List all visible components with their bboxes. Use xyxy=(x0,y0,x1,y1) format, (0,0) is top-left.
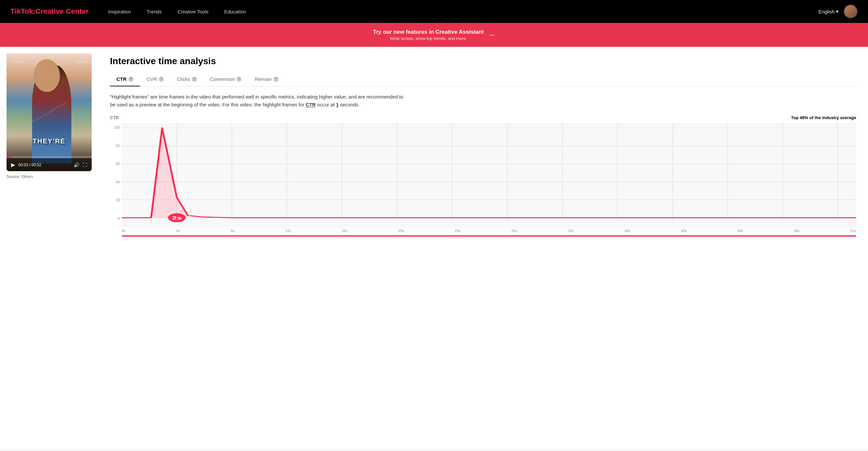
video-progress-bar[interactable] xyxy=(6,156,92,157)
timeline-bar xyxy=(122,235,856,237)
video-thumbnail: TikTok TikTok TikTok: Creative Center TH… xyxy=(6,53,92,171)
analysis-panel: Interactive time analysis CTR ? CVR ? Cl… xyxy=(98,47,868,449)
time-display: 00:03 / 00:52 xyxy=(18,163,70,167)
x-label-8s: 8s xyxy=(231,229,235,233)
fullscreen-button[interactable]: ⛶ xyxy=(83,162,87,168)
chart-inner: 2s 0s 4s 8s 12s 16s 20s 24s 28s 32s 36s … xyxy=(122,123,856,233)
chart-area: 2s xyxy=(122,123,856,227)
user-avatar[interactable] xyxy=(844,5,858,18)
site-logo[interactable]: TikTok:Creative Center xyxy=(10,7,89,16)
x-label-32s: 32s xyxy=(568,229,574,233)
logo-center: Creative Center xyxy=(35,7,89,15)
x-label-4s: 4s xyxy=(177,229,180,233)
x-label-44s: 44s xyxy=(737,229,743,233)
nav-trends[interactable]: Trends xyxy=(147,9,162,14)
y-label-20: 20 xyxy=(110,198,120,202)
x-label-16s: 16s xyxy=(342,229,348,233)
x-label-20s: 20s xyxy=(398,229,404,233)
x-label-36s: 36s xyxy=(624,229,630,233)
video-progress-fill xyxy=(6,156,12,157)
chart-stat-value: 48% xyxy=(800,115,808,120)
x-label-40s: 40s xyxy=(681,229,687,233)
main-content: ← TikTok TikTok TikTok: Creative Center … xyxy=(0,47,868,449)
x-label-0s: 0s xyxy=(122,229,126,233)
nav-education[interactable]: Education xyxy=(224,9,246,14)
nav-right: English ▾ xyxy=(818,5,858,18)
nav-links: Inspiration Trends Creative Tools Educat… xyxy=(108,9,818,14)
chart-header: CTR Top 48% of the industry average xyxy=(110,115,856,120)
tab-clicks[interactable]: Clicks ? xyxy=(170,73,204,87)
analysis-title: Interactive time analysis xyxy=(110,56,856,66)
prev-button[interactable]: ← xyxy=(0,106,3,119)
y-label-80: 80 xyxy=(110,144,120,148)
tab-cvr[interactable]: CVR ? xyxy=(140,73,170,87)
metric-description: "Highlight frames" are time frames in th… xyxy=(110,93,405,109)
y-label-0: 0 xyxy=(110,216,120,220)
logo-tiktok: TikTok xyxy=(10,7,33,15)
banner-arrow-icon: → xyxy=(488,31,495,39)
x-axis-labels: 0s 4s 8s 12s 16s 20s 24s 28s 32s 36s 40s… xyxy=(122,227,856,233)
ctr-info-icon[interactable]: ? xyxy=(128,76,133,82)
conversion-info-icon[interactable]: ? xyxy=(236,76,242,82)
chart-label: CTR xyxy=(110,115,119,120)
banner-subtitle: Write scripts, show top trends, and more… xyxy=(373,36,484,41)
navigation: TikTok:Creative Center Inspiration Trend… xyxy=(0,0,868,23)
nav-creative-tools[interactable]: Creative Tools xyxy=(177,9,209,14)
chart-svg: 2s xyxy=(122,123,856,227)
svg-text:2s: 2s xyxy=(172,216,182,221)
x-label-51s: 51s xyxy=(850,229,856,233)
volume-button[interactable]: 🔊 xyxy=(74,162,79,168)
remain-info-icon[interactable]: ? xyxy=(273,76,279,82)
chart-stat: Top 48% of the industry average xyxy=(791,115,856,120)
promo-banner[interactable]: Try our new features in Creative Assista… xyxy=(0,23,868,47)
y-axis-labels: 100 80 60 40 20 0 xyxy=(110,123,120,223)
x-label-48s: 48s xyxy=(794,229,800,233)
language-selector[interactable]: English ▾ xyxy=(818,8,839,14)
video-panel: ← TikTok TikTok TikTok: Creative Center … xyxy=(0,47,98,449)
chart-wrapper: 100 80 60 40 20 0 xyxy=(110,123,856,233)
nav-inspiration[interactable]: Inspiration xyxy=(108,9,131,14)
chevron-down-icon: ▾ xyxy=(836,8,839,14)
banner-content: Try our new features in Creative Assista… xyxy=(373,29,484,41)
x-label-28s: 28s xyxy=(511,229,517,233)
tab-ctr[interactable]: CTR ? xyxy=(110,73,140,87)
x-label-12s: 12s xyxy=(285,229,291,233)
video-caption: THEY'RE xyxy=(33,137,65,145)
y-label-60: 60 xyxy=(110,162,120,166)
tab-conversion[interactable]: Conversion ? xyxy=(204,73,248,87)
clicks-info-icon[interactable]: ? xyxy=(192,76,197,82)
banner-title: Try our new features in Creative Assista… xyxy=(373,29,484,35)
video-controls: ▶ 00:03 / 00:52 🔊 ⛶ xyxy=(6,158,92,171)
y-label-40: 40 xyxy=(110,180,120,184)
y-label-100: 100 xyxy=(110,125,120,129)
video-watermark-1: TikTok xyxy=(13,60,26,64)
video-container: TikTok TikTok TikTok: Creative Center TH… xyxy=(6,53,92,171)
metric-tabs: CTR ? CVR ? Clicks ? Conversion ? Remain… xyxy=(110,73,856,87)
cvr-info-icon[interactable]: ? xyxy=(159,76,164,82)
x-label-24s: 24s xyxy=(455,229,461,233)
video-watermark-2: TikTok xyxy=(76,60,88,64)
tab-remain[interactable]: Remain ? xyxy=(248,73,285,87)
video-source: Source: Others xyxy=(6,174,92,179)
language-label: English xyxy=(818,9,835,14)
play-button[interactable]: ▶ xyxy=(11,162,15,168)
